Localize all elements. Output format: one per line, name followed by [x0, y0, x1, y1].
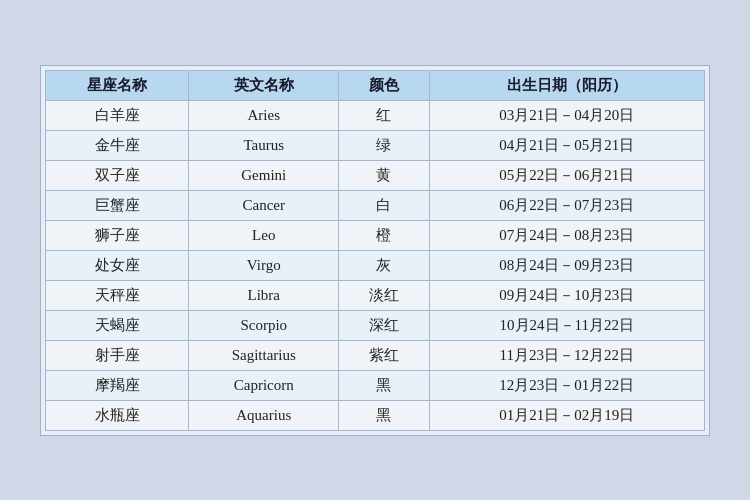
header-chinese-name: 星座名称 — [46, 70, 189, 100]
cell-chinese-name: 天秤座 — [46, 280, 189, 310]
cell-color: 黑 — [339, 370, 429, 400]
cell-chinese-name: 狮子座 — [46, 220, 189, 250]
header-dates: 出生日期（阳历） — [429, 70, 705, 100]
cell-dates: 08月24日－09月23日 — [429, 250, 705, 280]
table-row: 巨蟹座Cancer白06月22日－07月23日 — [46, 190, 705, 220]
cell-english-name: Gemini — [189, 160, 339, 190]
cell-color: 绿 — [339, 130, 429, 160]
cell-dates: 01月21日－02月19日 — [429, 400, 705, 430]
cell-color: 紫红 — [339, 340, 429, 370]
table-row: 白羊座Aries红03月21日－04月20日 — [46, 100, 705, 130]
cell-english-name: Sagittarius — [189, 340, 339, 370]
cell-dates: 05月22日－06月21日 — [429, 160, 705, 190]
cell-dates: 06月22日－07月23日 — [429, 190, 705, 220]
cell-dates: 10月24日－11月22日 — [429, 310, 705, 340]
header-color: 颜色 — [339, 70, 429, 100]
table-row: 狮子座Leo橙07月24日－08月23日 — [46, 220, 705, 250]
cell-english-name: Taurus — [189, 130, 339, 160]
cell-chinese-name: 金牛座 — [46, 130, 189, 160]
table-header-row: 星座名称 英文名称 颜色 出生日期（阳历） — [46, 70, 705, 100]
table-row: 摩羯座Capricorn黑12月23日－01月22日 — [46, 370, 705, 400]
cell-color: 橙 — [339, 220, 429, 250]
cell-chinese-name: 白羊座 — [46, 100, 189, 130]
table-row: 双子座Gemini黄05月22日－06月21日 — [46, 160, 705, 190]
cell-color: 黑 — [339, 400, 429, 430]
cell-color: 白 — [339, 190, 429, 220]
cell-english-name: Virgo — [189, 250, 339, 280]
zodiac-table: 星座名称 英文名称 颜色 出生日期（阳历） 白羊座Aries红03月21日－04… — [45, 70, 705, 431]
cell-color: 淡红 — [339, 280, 429, 310]
table-row: 天蝎座Scorpio深红10月24日－11月22日 — [46, 310, 705, 340]
cell-chinese-name: 处女座 — [46, 250, 189, 280]
cell-color: 深红 — [339, 310, 429, 340]
cell-english-name: Leo — [189, 220, 339, 250]
table-row: 射手座Sagittarius紫红11月23日－12月22日 — [46, 340, 705, 370]
cell-chinese-name: 摩羯座 — [46, 370, 189, 400]
cell-english-name: Libra — [189, 280, 339, 310]
cell-english-name: Aquarius — [189, 400, 339, 430]
cell-color: 灰 — [339, 250, 429, 280]
cell-english-name: Scorpio — [189, 310, 339, 340]
cell-dates: 09月24日－10月23日 — [429, 280, 705, 310]
header-english-name: 英文名称 — [189, 70, 339, 100]
table-body: 白羊座Aries红03月21日－04月20日金牛座Taurus绿04月21日－0… — [46, 100, 705, 430]
cell-dates: 04月21日－05月21日 — [429, 130, 705, 160]
cell-color: 红 — [339, 100, 429, 130]
cell-chinese-name: 天蝎座 — [46, 310, 189, 340]
table-row: 水瓶座Aquarius黑01月21日－02月19日 — [46, 400, 705, 430]
table-row: 处女座Virgo灰08月24日－09月23日 — [46, 250, 705, 280]
cell-dates: 07月24日－08月23日 — [429, 220, 705, 250]
cell-chinese-name: 水瓶座 — [46, 400, 189, 430]
table-row: 天秤座Libra淡红09月24日－10月23日 — [46, 280, 705, 310]
cell-dates: 12月23日－01月22日 — [429, 370, 705, 400]
zodiac-table-container: 星座名称 英文名称 颜色 出生日期（阳历） 白羊座Aries红03月21日－04… — [40, 65, 710, 436]
cell-color: 黄 — [339, 160, 429, 190]
cell-chinese-name: 双子座 — [46, 160, 189, 190]
cell-english-name: Cancer — [189, 190, 339, 220]
cell-english-name: Capricorn — [189, 370, 339, 400]
cell-chinese-name: 射手座 — [46, 340, 189, 370]
cell-chinese-name: 巨蟹座 — [46, 190, 189, 220]
cell-dates: 03月21日－04月20日 — [429, 100, 705, 130]
cell-dates: 11月23日－12月22日 — [429, 340, 705, 370]
cell-english-name: Aries — [189, 100, 339, 130]
table-row: 金牛座Taurus绿04月21日－05月21日 — [46, 130, 705, 160]
